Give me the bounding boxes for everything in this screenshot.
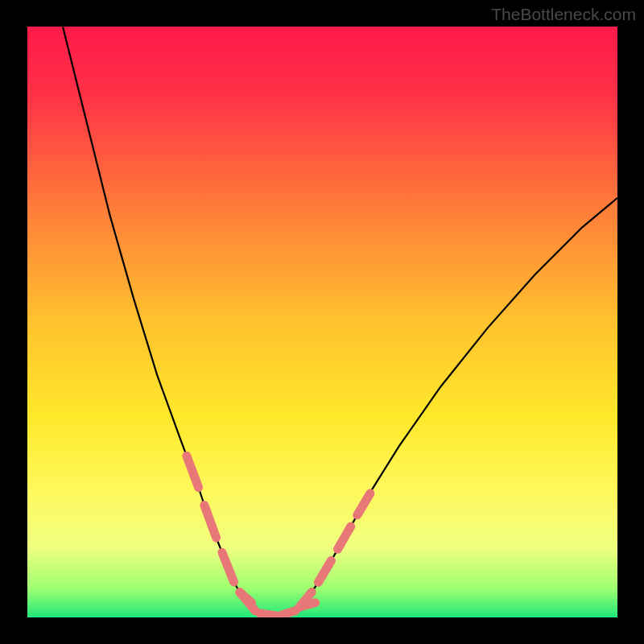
- gradient-background: [27, 27, 617, 617]
- svg-line-11: [300, 603, 316, 607]
- watermark-text: TheBottleneck.com: [491, 5, 636, 24]
- svg-line-10: [280, 611, 295, 616]
- plot-area: [27, 27, 617, 617]
- chart-container: TheBottleneck.com: [0, 0, 644, 644]
- svg-line-9: [260, 613, 275, 616]
- bottleneck-chart: [27, 27, 617, 617]
